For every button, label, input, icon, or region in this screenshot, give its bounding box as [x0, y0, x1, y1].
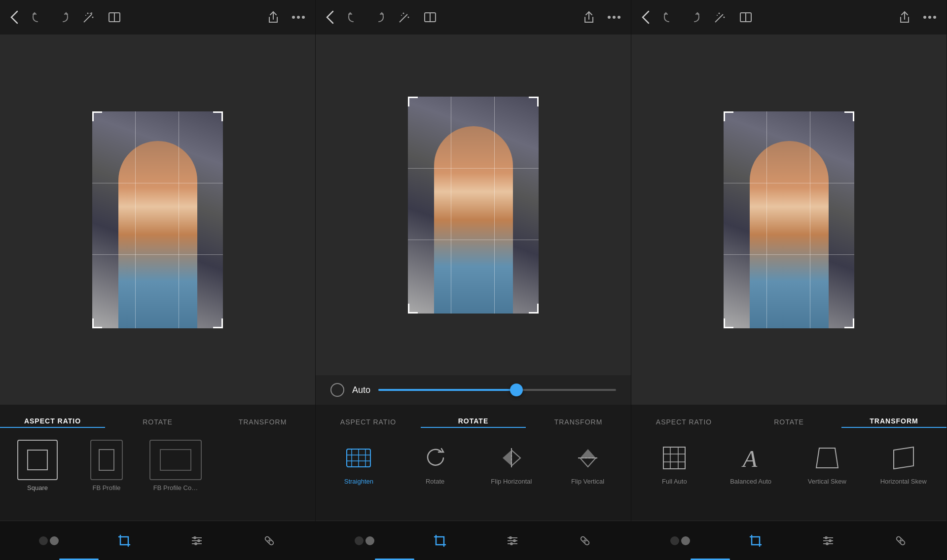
rotate-tools: Straighten Rotate [316, 442, 631, 485]
more-button-2[interactable] [607, 15, 621, 19]
tab-aspect-ratio-3[interactable]: ASPECT RATIO [631, 418, 736, 428]
svg-text:A: A [741, 446, 758, 472]
balls-icon-2[interactable] [355, 536, 374, 545]
tab-rotate-3[interactable]: ROTATE [736, 418, 841, 428]
redo-button-3[interactable] [688, 10, 701, 24]
split-view-button[interactable] [108, 10, 121, 24]
svg-point-18 [197, 539, 200, 542]
redo-button-2[interactable] [372, 10, 386, 24]
straighten-slider[interactable] [378, 389, 616, 391]
magic-button-2[interactable] [398, 10, 411, 24]
tool-vertical-skew[interactable]: Vertical Skew [789, 442, 866, 485]
magic-button[interactable] [82, 10, 96, 24]
tab-rotate-2[interactable]: ROTATE [421, 417, 526, 428]
sliders-icon-2[interactable] [506, 534, 519, 548]
tab-bar-2: ASPECT RATIO ROTATE TRANSFORM [316, 405, 631, 432]
panel-transform: ASPECT RATIO ROTATE TRANSFORM Full Auto [631, 0, 947, 560]
panel-rotate: Auto ASPECT RATIO ROTATE TRANSFORM [316, 0, 631, 560]
tool-rotate[interactable]: Rotate [397, 442, 474, 485]
bandaid-icon[interactable] [262, 534, 276, 548]
tool-horizontal-skew[interactable]: Horizontal Skew [865, 442, 942, 485]
tool-area-3: Full Auto A Balanced Auto Vertical Skew [631, 432, 947, 521]
split-view-button-3[interactable] [739, 10, 753, 24]
undo-button-3[interactable] [662, 10, 676, 24]
crop-icon[interactable] [117, 534, 131, 548]
svg-point-3 [87, 13, 89, 14]
bottom-bar-3 [631, 521, 947, 560]
photo-3 [724, 111, 854, 328]
svg-point-74 [829, 539, 832, 542]
tab-rotate-1[interactable]: ROTATE [105, 418, 210, 428]
bottom-bar-2 [316, 521, 631, 560]
svg-point-60 [928, 16, 931, 19]
back-button-2[interactable] [326, 10, 334, 25]
toolbar-2 [316, 0, 631, 35]
tool-full-auto[interactable]: Full Auto [636, 442, 713, 485]
magic-button-3[interactable] [713, 10, 727, 24]
svg-line-53 [715, 14, 723, 22]
undo-button-2[interactable] [346, 10, 360, 24]
svg-point-54 [719, 13, 720, 14]
bandaid-icon-3[interactable] [894, 534, 908, 548]
share-button-3[interactable] [898, 10, 911, 24]
vertical-skew-icon [814, 442, 840, 474]
svg-point-5 [85, 15, 86, 16]
tab-transform-1[interactable]: TRANSFORM [210, 418, 315, 428]
back-button[interactable] [10, 10, 19, 25]
tool-balanced-auto[interactable]: A Balanced Auto [713, 442, 789, 485]
flip-h-label: Flip Horizontal [491, 478, 532, 485]
svg-point-19 [194, 542, 197, 545]
horizontal-skew-icon [891, 442, 916, 474]
auto-toggle[interactable] [330, 383, 344, 397]
balls-icon[interactable] [39, 536, 59, 545]
tab-transform-2[interactable]: TRANSFORM [526, 418, 631, 428]
svg-point-49 [510, 542, 513, 545]
tool-flip-horizontal[interactable]: Flip Horizontal [474, 442, 550, 485]
svg-point-31 [618, 16, 620, 19]
transform-tools: Full Auto A Balanced Auto Vertical Skew [631, 442, 947, 485]
svg-rect-13 [160, 450, 191, 470]
share-button[interactable] [267, 10, 280, 24]
straighten-bar: Auto [316, 375, 631, 405]
balls-icon-3[interactable] [670, 536, 690, 545]
svg-marker-42 [580, 449, 596, 458]
svg-marker-68 [816, 448, 838, 468]
horizontal-skew-label: Horizontal Skew [880, 478, 927, 485]
redo-button[interactable] [56, 10, 70, 24]
tool-area-1: Square FB Profile FB Profile Co… [0, 432, 315, 521]
sliders-icon-3[interactable] [821, 534, 835, 548]
split-view-button-2[interactable] [423, 10, 437, 24]
svg-point-17 [193, 536, 196, 539]
share-button-2[interactable] [583, 10, 595, 24]
tool-fb-cover-label: FB Profile Co… [153, 484, 198, 491]
svg-line-0 [84, 14, 92, 22]
svg-point-10 [302, 16, 305, 19]
bottom-bar-1 [0, 521, 315, 560]
tab-aspect-ratio-1[interactable]: ASPECT RATIO [0, 417, 105, 428]
tool-fb-profile-cover[interactable]: FB Profile Co… [146, 440, 205, 491]
straighten-label: Straighten [344, 478, 373, 485]
svg-point-75 [826, 542, 829, 545]
tab-transform-3[interactable]: TRANSFORM [841, 417, 947, 428]
tool-fb-profile[interactable]: FB Profile [77, 440, 136, 491]
sliders-icon[interactable] [190, 534, 204, 548]
svg-point-4 [92, 17, 94, 18]
bandaid-icon-2[interactable] [578, 534, 592, 548]
full-auto-icon [661, 442, 687, 474]
more-button-3[interactable] [923, 15, 937, 19]
svg-point-26 [401, 15, 402, 16]
tab-aspect-ratio-2[interactable]: ASPECT RATIO [316, 418, 421, 428]
undo-button[interactable] [31, 10, 44, 24]
crop-icon-3[interactable] [749, 534, 763, 548]
tool-flip-vertical[interactable]: Flip Vertical [549, 442, 626, 485]
tool-fb-profile-label: FB Profile [92, 484, 120, 491]
tool-straighten[interactable]: Straighten [321, 442, 397, 485]
tool-square[interactable]: Square [8, 440, 67, 491]
flip-v-label: Flip Vertical [571, 478, 604, 485]
toolbar-1 [0, 0, 315, 35]
balanced-auto-label: Balanced Auto [730, 478, 771, 485]
back-button-3[interactable] [641, 10, 650, 25]
crop-icon-2[interactable] [433, 534, 447, 548]
svg-point-25 [408, 17, 409, 18]
more-button[interactable] [291, 15, 305, 19]
